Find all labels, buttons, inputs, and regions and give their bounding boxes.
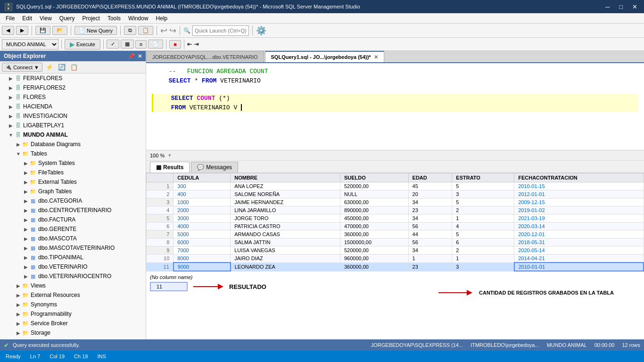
redo-button[interactable]: ↪	[169, 25, 176, 36]
tree-item-mundoanimal[interactable]: ▼ 🗄 MUNDO ANIMAL	[0, 130, 146, 140]
expand-hacienda[interactable]: ▶	[8, 104, 14, 109]
tree-item-servicebroker[interactable]: ▶ 📁 Service Broker	[0, 319, 146, 328]
tree-item-centrovet[interactable]: ▶ ▦ dbo.CENTROVETERINARIO	[0, 206, 146, 215]
tree-item-systemtables[interactable]: ▶ 📁 System Tables	[0, 158, 146, 168]
expand-mascotavet[interactable]: ▶	[23, 246, 29, 251]
tree-item-externaltables[interactable]: ▶ 📁 External Tables	[0, 177, 146, 187]
expand-veterinario[interactable]: ▶	[23, 264, 29, 270]
expand-ligabetplay[interactable]: ▶	[8, 123, 14, 128]
expand-factura[interactable]: ▶	[23, 217, 29, 222]
tab-veterinario[interactable]: JORGEBEDOYAP\SQL....dbo.VETERINARIO	[146, 51, 264, 62]
save-button[interactable]: 💾	[35, 26, 50, 35]
forward-button[interactable]: ▶	[16, 26, 28, 35]
results-tab-messages[interactable]: 💬 Messages	[191, 162, 238, 173]
expand-graphtables[interactable]: ▶	[23, 189, 29, 194]
tree-item-security[interactable]: ▶ 📁 Security	[0, 337, 146, 339]
expand-filetables[interactable]: ▶	[23, 170, 29, 175]
tree-item-hacienda[interactable]: ▶ 🗄 HACIENDA	[0, 102, 146, 111]
quick-launch-input[interactable]	[192, 25, 249, 36]
expand-categoria[interactable]: ▶	[23, 198, 29, 204]
tree-item-categoria[interactable]: ▶ ▦ dbo.CATEGORIA	[0, 196, 146, 206]
tree-item-factura[interactable]: ▶ ▦ dbo.FACTURA	[0, 215, 146, 224]
menu-file[interactable]: File	[2, 14, 18, 23]
expand-feriaflores[interactable]: ▶	[8, 76, 14, 81]
oe-properties-button[interactable]: 📋	[69, 63, 79, 71]
tree-item-synonyms[interactable]: ▶ 📁 Synonyms	[0, 300, 146, 309]
expand-tipoanimal[interactable]: ▶	[23, 255, 29, 260]
table-icon-factura: ▦	[29, 216, 37, 223]
minimize-button[interactable]: ─	[603, 3, 612, 10]
oe-filter-button[interactable]: ⚡	[44, 63, 55, 71]
oe-pin-button[interactable]: 📌	[128, 53, 135, 59]
paste-button[interactable]: 📋	[138, 26, 153, 35]
tree-item-dbdiagrams[interactable]: ▶ 📁 Database Diagrams	[0, 140, 146, 149]
parse-button[interactable]: ✓	[107, 40, 119, 49]
tab-close-button[interactable]: ✕	[374, 54, 378, 60]
label-programmability: Programmability	[29, 311, 72, 317]
expand-tables[interactable]: ▼	[15, 151, 22, 156]
expand-centrovet[interactable]: ▶	[23, 208, 29, 213]
expand-programmability[interactable]: ▶	[15, 312, 22, 317]
tree-item-views[interactable]: ▶ 📁 Views	[0, 281, 146, 290]
expand-systemtables[interactable]: ▶	[23, 161, 29, 166]
expand-externalresources[interactable]: ▶	[15, 293, 22, 298]
oe-close-button[interactable]: ✕	[138, 53, 142, 59]
tree-item-ligabetplay[interactable]: ▶ 🗄 LIGABETPLAY1	[0, 121, 146, 130]
menu-tools[interactable]: Tools	[104, 14, 124, 23]
database-selector[interactable]: MUNDO ANIMAL	[2, 39, 58, 49]
tree-item-veterinario[interactable]: ▶ ▦ dbo.VETERINARIO	[0, 262, 146, 272]
expand-externaltables[interactable]: ▶	[23, 180, 29, 185]
expand-flores[interactable]: ▶	[8, 95, 14, 100]
expand-feriaflores2[interactable]: ▶	[8, 85, 14, 90]
file-button[interactable]: 📄	[148, 40, 163, 49]
tree-item-programmability[interactable]: ▶ 📁 Programmability	[0, 309, 146, 319]
open-button[interactable]: 📂	[52, 26, 67, 35]
tree-item-mascotavet[interactable]: ▶ ▦ dbo.MASCOTAVETERINARIO	[0, 243, 146, 253]
menu-query[interactable]: Query	[56, 14, 79, 23]
menu-edit[interactable]: Edit	[18, 14, 36, 23]
results-tab-results[interactable]: ▦ Results	[150, 162, 190, 173]
grid-button[interactable]: ▦	[121, 40, 134, 49]
col-header-sueldo: SUELDO	[340, 173, 408, 182]
tree-item-storage[interactable]: ▶ 📁 Storage	[0, 328, 146, 337]
expand-mundoanimal[interactable]: ▼	[8, 132, 14, 138]
tree-item-tipoanimal[interactable]: ▶ ▦ dbo.TIPOANIMAL	[0, 253, 146, 262]
tree-item-vetcentro[interactable]: ▶ ▦ dbo.VETERINARIOCENTRO	[0, 272, 146, 281]
menu-help[interactable]: Help	[152, 14, 172, 23]
query-editor[interactable]: -- FUNCION AGREGADA COUNT SELECT * FROM …	[146, 63, 644, 150]
tree-item-feriaflores2[interactable]: ▶ 🗄 FERIAFLORES2	[0, 83, 146, 92]
expand-views[interactable]: ▶	[15, 283, 22, 288]
tree-item-filetables[interactable]: ▶ 📁 FileTables	[0, 168, 146, 177]
tree-item-feriaflores[interactable]: ▶ 🗄 FERIAFLORES	[0, 74, 146, 83]
expand-storage[interactable]: ▶	[15, 330, 22, 336]
oe-connect-button[interactable]: 🔌 Connect ▼	[2, 63, 42, 72]
menu-window[interactable]: Window	[124, 14, 152, 23]
maximize-button[interactable]: □	[616, 3, 626, 10]
text-button[interactable]: ≡	[135, 40, 147, 49]
copy-button[interactable]: ⧉	[124, 26, 136, 35]
tree-item-mascota[interactable]: ▶ ▦ dbo.MASCOTA	[0, 234, 146, 243]
menu-project[interactable]: Project	[79, 14, 104, 23]
expand-dbdiagrams[interactable]: ▶	[15, 142, 22, 147]
tab-sqlquery[interactable]: SQLQuery1.sql - JO...\jorgebedoya (54))*…	[265, 51, 384, 62]
undo-button[interactable]: ↩	[160, 25, 167, 36]
tree-item-gerente[interactable]: ▶ ▦ dbo.GERENTE	[0, 224, 146, 234]
oe-refresh-button[interactable]: 🔄	[57, 63, 67, 71]
execute-button[interactable]: ▶ Execute	[65, 39, 100, 49]
new-query-button[interactable]: 📄 New Query	[74, 26, 117, 35]
tree-item-tables[interactable]: ▼ 📁 Tables	[0, 149, 146, 158]
menu-view[interactable]: View	[36, 14, 56, 23]
expand-servicebroker[interactable]: ▶	[15, 321, 22, 326]
stop-button[interactable]: ■	[169, 40, 181, 49]
expand-investigacion[interactable]: ▶	[8, 114, 14, 119]
expand-vetcentro[interactable]: ▶	[23, 274, 29, 279]
expand-mascota[interactable]: ▶	[23, 236, 29, 241]
close-button[interactable]: ✕	[629, 3, 640, 10]
tree-item-investigacion[interactable]: ▶ 🗄 INVESTIGACION	[0, 111, 146, 121]
tree-item-flores[interactable]: ▶ 🗄 FLORES	[0, 92, 146, 102]
back-button[interactable]: ◀	[2, 26, 14, 35]
expand-gerente[interactable]: ▶	[23, 227, 29, 232]
expand-synonyms[interactable]: ▶	[15, 302, 22, 307]
tree-item-externalresources[interactable]: ▶ 📁 External Resources	[0, 290, 146, 300]
tree-item-graphtables[interactable]: ▶ 📁 Graph Tables	[0, 187, 146, 196]
